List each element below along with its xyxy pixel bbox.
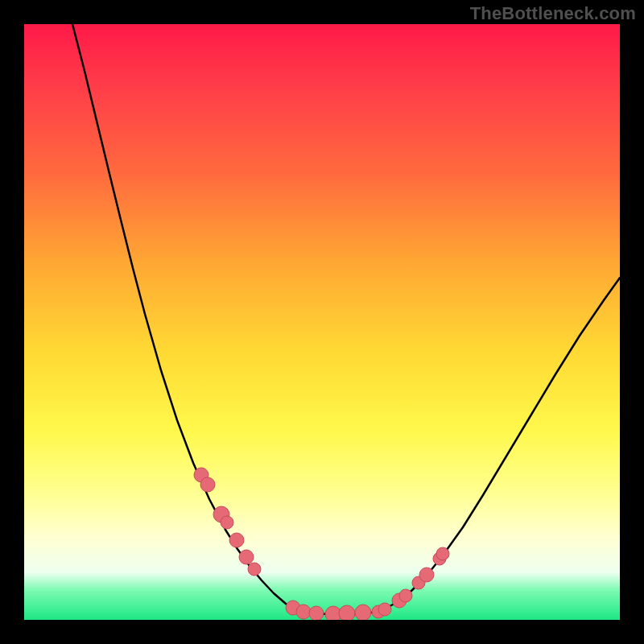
data-point xyxy=(436,547,449,560)
data-points xyxy=(194,468,449,620)
watermark-text: TheBottleneck.com xyxy=(470,3,636,24)
data-point xyxy=(200,477,215,492)
data-point xyxy=(399,589,412,602)
data-point xyxy=(248,563,261,576)
data-point xyxy=(378,603,391,616)
plot-area xyxy=(24,24,620,620)
data-point xyxy=(296,605,311,619)
data-point xyxy=(309,606,324,620)
data-point xyxy=(339,605,355,620)
bottleneck-curve xyxy=(72,24,620,614)
chart-stage: TheBottleneck.com xyxy=(0,0,644,644)
data-point xyxy=(221,516,233,529)
data-point xyxy=(419,568,434,582)
data-point xyxy=(239,550,254,564)
data-point xyxy=(229,533,244,547)
data-point xyxy=(355,605,371,620)
chart-svg xyxy=(24,24,620,620)
